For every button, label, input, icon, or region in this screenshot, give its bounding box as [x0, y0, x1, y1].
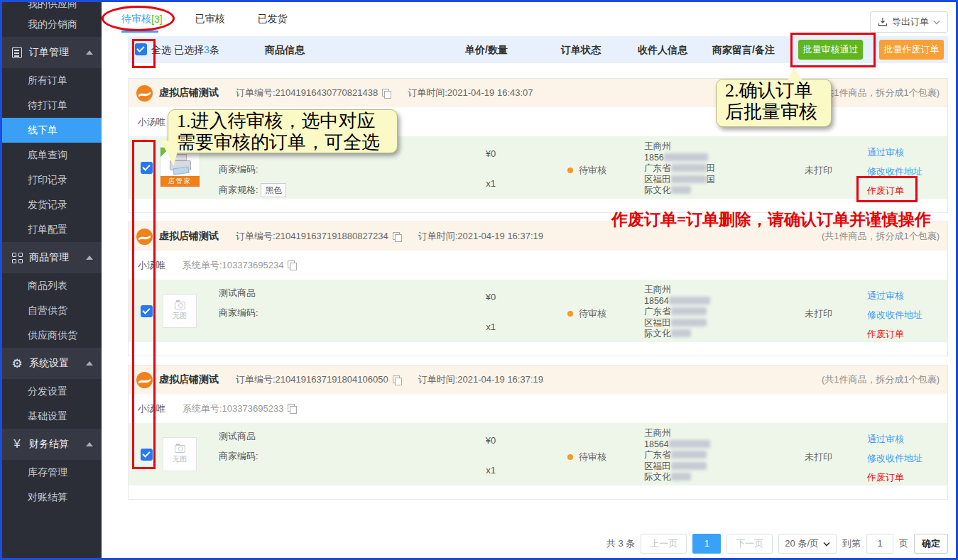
order-icon: [11, 46, 23, 59]
annotation-ellipse-pending-tab: [102, 6, 175, 31]
blurred-text: [671, 329, 691, 337]
page-size-select[interactable]: 20 条/页: [778, 534, 837, 554]
camera-icon: [175, 302, 185, 309]
shop-name: 虚拟店铺测试: [159, 230, 219, 243]
annotation-rect-select-all: [132, 39, 156, 68]
camera-icon: [175, 445, 185, 453]
batch-void-button[interactable]: 批量作废订单: [879, 40, 944, 60]
blurred-text: [671, 186, 691, 194]
merchant-spec: 商家规格: 黑色: [219, 183, 453, 196]
order-status: 待审核: [567, 164, 606, 177]
buyer-nickname: 小汤唯: [138, 116, 165, 128]
system-order-number: 系统单号:103373695233: [183, 402, 283, 415]
sidebar-section[interactable]: ¥ 财务结算: [2, 429, 102, 460]
merchant-code: 商家编码:: [219, 450, 453, 463]
sidebar-section-label: 系统设置: [29, 357, 86, 370]
tab-shipped[interactable]: 已发货: [258, 2, 288, 36]
recipient-line: 广东省: [644, 307, 736, 318]
action-link[interactable]: 通过审核: [867, 146, 922, 159]
order-status: 待审核: [567, 307, 606, 320]
recipient-line: 1856: [644, 153, 736, 164]
system-order-number: 系统单号:103373695234: [183, 259, 283, 272]
blurred-text: [671, 307, 707, 315]
tab-reviewed[interactable]: 已审核: [195, 2, 225, 36]
action-link[interactable]: 修改收件地址: [867, 309, 922, 322]
product-price: ¥0: [462, 435, 519, 446]
sidebar-item[interactable]: 打单配置: [2, 217, 102, 242]
next-page-button[interactable]: 下一页: [726, 534, 773, 554]
sidebar-item[interactable]: 对账结算: [2, 485, 102, 510]
order-status: 待审核: [567, 451, 606, 463]
no-image-placeholder: 无图: [163, 294, 197, 328]
shop-badge: 店管家: [160, 176, 200, 187]
product-name: 测试商品: [219, 430, 453, 443]
product-info: 测试商品 商家编码:: [219, 423, 453, 463]
tab-label: 已发货: [258, 13, 288, 26]
order-number: 订单编号:2104191637191804106050: [236, 373, 388, 386]
print-status: 未打印: [805, 451, 832, 463]
sidebar-section[interactable]: ⚙ 系统设置: [2, 348, 102, 379]
chevron-down-icon: [933, 20, 940, 25]
sidebar-section-label: 财务结算: [29, 438, 86, 451]
copy-icon[interactable]: [393, 232, 401, 241]
void-order-link[interactable]: 作废订单: [867, 328, 922, 341]
order-time: 订单时间:2021-04-19 16:43:07: [408, 87, 533, 99]
blurred-text: [671, 451, 707, 459]
yuan-icon: ¥: [11, 438, 23, 451]
action-link[interactable]: 通过审核: [867, 290, 922, 302]
download-icon: [878, 17, 888, 27]
recipient-line: 18564: [644, 296, 736, 307]
recipient-info: 王商州1856广东省田区福田国际文化: [644, 141, 736, 197]
sidebar-item[interactable]: 底单查询: [2, 143, 102, 168]
sidebar-item[interactable]: 自营供货: [2, 298, 102, 323]
recipient-line: 区福田: [644, 461, 736, 473]
no-image-placeholder: 无图: [163, 437, 197, 471]
sidebar-item[interactable]: 线下单: [2, 118, 102, 143]
sidebar-item[interactable]: 分发设置: [2, 379, 102, 404]
page-unit: 页: [899, 537, 908, 550]
selection-summary: 全选 已选择3条: [151, 36, 219, 63]
copy-icon[interactable]: [288, 404, 296, 413]
void-order-link[interactable]: 作废订单: [867, 471, 922, 484]
status-dot-icon: [567, 168, 573, 173]
card-footer-space: [129, 485, 947, 499]
goto-label: 到第: [842, 537, 861, 550]
confirm-button[interactable]: 确定: [914, 534, 948, 554]
sidebar-item[interactable]: 商品列表: [2, 273, 102, 298]
recipient-line: 18564: [644, 439, 736, 451]
copy-icon[interactable]: [382, 89, 391, 98]
sidebar-item[interactable]: 打印记录: [2, 168, 102, 192]
sidebar-section[interactable]: 商品管理: [2, 242, 102, 273]
sidebar-item[interactable]: 待打订单: [2, 93, 102, 118]
export-orders-button[interactable]: 导出订单: [870, 11, 948, 33]
sidebar-section[interactable]: 订单管理: [2, 37, 102, 68]
current-page[interactable]: 1: [692, 534, 721, 554]
goto-page-input[interactable]: 1: [866, 534, 893, 554]
sidebar-item[interactable]: 库存管理: [2, 460, 102, 485]
recipient-line: 王商州: [644, 141, 736, 153]
merchant-code: 商家编码:: [219, 307, 453, 319]
sidebar-item[interactable]: 我的分销商: [2, 12, 102, 37]
product-name: 测试商品: [219, 287, 453, 300]
action-link[interactable]: 通过审核: [867, 433, 922, 446]
sidebar-item[interactable]: 我的供应商: [2, 2, 102, 12]
action-link[interactable]: 修改收件地址: [867, 452, 922, 465]
recipient-line: 广东省: [644, 450, 736, 461]
pagination: 共 3 条 上一页 1 下一页 20 条/页 到第 1 页 确定: [606, 534, 948, 554]
sidebar-item[interactable]: 基础设置: [2, 404, 102, 429]
product-info: 测试商品 商家编码:: [219, 280, 453, 319]
recipient-line: 王商州: [644, 285, 736, 296]
order-sub-row: 小汤唯 系统单号:103373695233: [129, 394, 947, 423]
copy-icon[interactable]: [288, 260, 296, 270]
sidebar-item[interactable]: 供应商供货: [2, 323, 102, 348]
blurred-text: [671, 164, 707, 172]
chevron-up-icon: [86, 50, 93, 55]
order-actions: 通过审核修改收件地址作废订单: [867, 290, 922, 347]
product-price: ¥0: [462, 292, 519, 302]
order-time: 订单时间:2021-04-19 16:37:19: [418, 230, 543, 243]
copy-icon[interactable]: [393, 375, 401, 385]
shop-name: 虚拟店铺测试: [159, 87, 219, 99]
sidebar-item[interactable]: 所有订单: [2, 68, 102, 93]
sidebar-item[interactable]: 发货记录: [2, 192, 102, 217]
prev-page-button[interactable]: 上一页: [641, 534, 687, 554]
